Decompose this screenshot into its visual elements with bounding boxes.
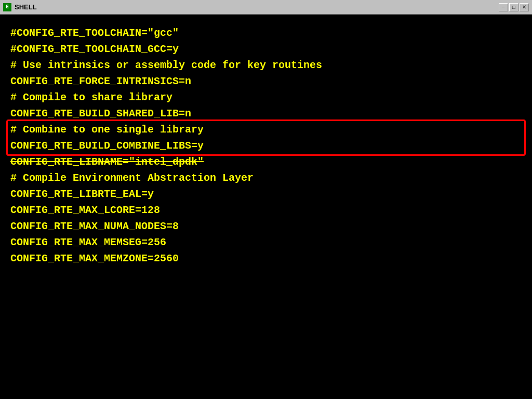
close-button[interactable]: ✕ <box>520 3 529 11</box>
terminal: #CONFIG_RTE_TOOLCHAIN="gcc"#CONFIG_RTE_T… <box>0 15 532 399</box>
terminal-line: CONFIG_RTE_MAX_NUMA_NODES=8 <box>10 218 522 234</box>
terminal-line: # Combine to one single library <box>10 122 522 138</box>
terminal-line: CONFIG_RTE_MAX_LCORE=128 <box>10 202 522 218</box>
terminal-line: CONFIG_RTE_LIBNAME="intel_dpdk" <box>10 154 522 170</box>
minimize-button[interactable]: − <box>499 3 508 11</box>
terminal-line: CONFIG_RTE_MAX_MEMSEG=256 <box>10 234 522 250</box>
restore-button[interactable]: □ <box>509 3 518 11</box>
terminal-line: CONFIG_RTE_LIBRTE_EAL=y <box>10 186 522 202</box>
terminal-line: CONFIG_RTE_BUILD_COMBINE_LIBS=y <box>10 138 522 154</box>
terminal-line: #CONFIG_RTE_TOOLCHAIN="gcc" <box>10 25 522 41</box>
terminal-line: CONFIG_RTE_FORCE_INTRINSICS=n <box>10 73 522 89</box>
window-title: SHELL <box>15 3 37 11</box>
terminal-line: # Compile to share library <box>10 89 522 105</box>
window-controls: − □ ✕ <box>499 3 529 11</box>
title-bar: E SHELL − □ ✕ <box>0 0 532 15</box>
terminal-line: CONFIG_RTE_MAX_MEMZONE=2560 <box>10 250 522 267</box>
terminal-line: CONFIG_RTE_BUILD_SHARED_LIB=n <box>10 105 522 122</box>
terminal-line: # Compile Environment Abstraction Layer <box>10 170 522 186</box>
terminal-line: # Use intrinsics or assembly code for ke… <box>10 57 522 73</box>
terminal-line: #CONFIG_RTE_TOOLCHAIN_GCC=y <box>10 41 522 57</box>
app-icon: E <box>3 3 11 11</box>
